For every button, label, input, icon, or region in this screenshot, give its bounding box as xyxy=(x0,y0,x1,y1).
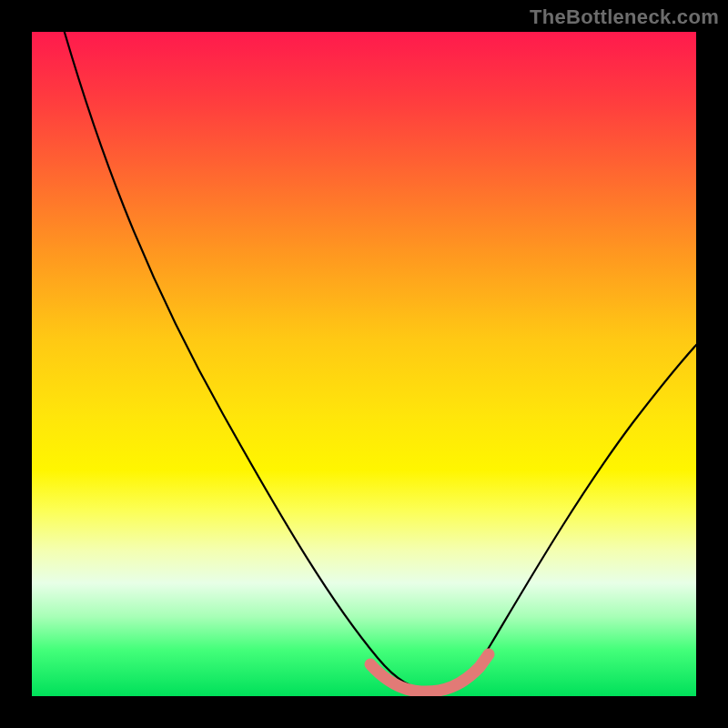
bottleneck-curve xyxy=(59,32,696,691)
chart-plot-area xyxy=(32,32,696,696)
chart-svg xyxy=(32,32,696,696)
optimal-zone-highlight xyxy=(370,654,489,692)
chart-frame: TheBottleneck.com xyxy=(0,0,728,728)
watermark-label: TheBottleneck.com xyxy=(530,5,719,29)
